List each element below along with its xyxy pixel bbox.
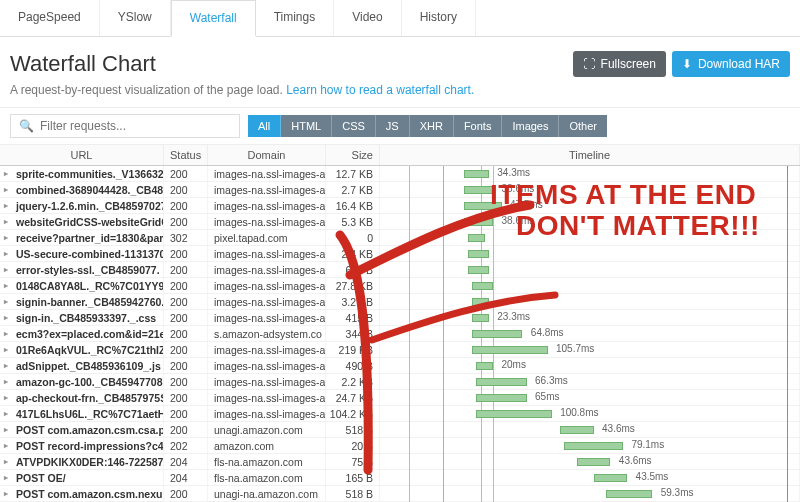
filter-fonts[interactable]: Fonts <box>454 115 503 137</box>
tab-video[interactable]: Video <box>334 0 401 36</box>
description-link[interactable]: Learn how to read a waterfall chart. <box>286 83 474 97</box>
cell-status: 200 <box>164 422 208 437</box>
request-row[interactable]: 01Re6AqkVUL._RC%7C21thIZ.200images-na.ss… <box>0 342 800 358</box>
request-row[interactable]: jquery-1.2.6.min._CB48597027200images-na… <box>0 198 800 214</box>
request-row[interactable]: signin-banner._CB485942760._200images-na… <box>0 294 800 310</box>
request-row[interactable]: POST com.amazon.csm.csa.pr200unagi.amazo… <box>0 422 800 438</box>
request-row[interactable]: 417L6LhsU6L._RC%7C71aetHf200images-na.ss… <box>0 406 800 422</box>
cell-timeline <box>380 278 800 293</box>
timing-bar <box>468 266 489 274</box>
request-row[interactable]: receive?partner_id=1830&part302pixel.tap… <box>0 230 800 246</box>
cell-status: 200 <box>164 326 208 341</box>
filter-search[interactable]: 🔍 <box>10 114 240 138</box>
request-row[interactable]: ecm3?ex=placed.com&id=21ef200s.amazon-ad… <box>0 326 800 342</box>
cell-size: 518 B <box>326 486 380 501</box>
cell-url: adSnippet._CB485936109_.js <box>0 358 164 373</box>
cell-url: jquery-1.2.6.min._CB48597027 <box>0 198 164 213</box>
cell-domain: pixel.tapad.com <box>208 230 326 245</box>
search-icon: 🔍 <box>19 119 34 133</box>
cell-status: 200 <box>164 486 208 501</box>
tab-timings[interactable]: Timings <box>256 0 335 36</box>
col-timeline[interactable]: Timeline <box>380 145 800 165</box>
timing-bar <box>577 458 611 466</box>
col-url[interactable]: URL <box>0 145 164 165</box>
filter-other[interactable]: Other <box>559 115 607 137</box>
download-har-button[interactable]: ⬇ Download HAR <box>672 51 790 77</box>
timing-bar <box>468 234 485 242</box>
filter-input[interactable] <box>40 119 231 133</box>
request-row[interactable]: adSnippet._CB485936109_.js200images-na.s… <box>0 358 800 374</box>
fullscreen-button[interactable]: ⛶ Fullscreen <box>573 51 666 77</box>
request-row[interactable]: combined-3689044428._CB485200images-na.s… <box>0 182 800 198</box>
filter-row: 🔍 AllHTMLCSSJSXHRFontsImagesOther <box>0 107 800 145</box>
cell-domain: s.amazon-adsystem.co <box>208 326 326 341</box>
col-domain[interactable]: Domain <box>208 145 326 165</box>
timing-bar <box>564 442 623 450</box>
cell-domain: images-na.ssl-images-a <box>208 294 326 309</box>
request-row[interactable]: websiteGridCSS-websiteGridC200images-na.… <box>0 214 800 230</box>
description-text: A request-by-request visualization of th… <box>10 83 286 97</box>
cell-domain: fls-na.amazon.com <box>208 470 326 485</box>
cell-size: 16.4 KB <box>326 198 380 213</box>
request-rows: sprite-communities._V1366324200images-na… <box>0 166 800 502</box>
cell-status: 200 <box>164 246 208 261</box>
cell-status: 302 <box>164 230 208 245</box>
cell-status: 200 <box>164 166 208 181</box>
cell-url: ap-checkout-frn._CB4857975S <box>0 390 164 405</box>
cell-timeline: 100.8ms <box>380 406 800 421</box>
timing-bar <box>468 250 489 258</box>
request-row[interactable]: ATVPDKIKX0DER:146-722587?204fls-na.amazo… <box>0 454 800 470</box>
cell-domain: images-na.ssl-images-a <box>208 246 326 261</box>
filter-xhr[interactable]: XHR <box>410 115 454 137</box>
request-row[interactable]: ap-checkout-frn._CB4857975S200images-na.… <box>0 390 800 406</box>
description: A request-by-request visualization of th… <box>0 83 800 107</box>
filter-html[interactable]: HTML <box>281 115 332 137</box>
timing-label: 64.8ms <box>531 327 564 338</box>
tab-waterfall[interactable]: Waterfall <box>171 0 256 37</box>
filter-all[interactable]: All <box>248 115 281 137</box>
cell-domain: images-na.ssl-images-a <box>208 214 326 229</box>
type-filter-pills: AllHTMLCSSJSXHRFontsImagesOther <box>248 115 607 137</box>
request-row[interactable]: error-styles-ssl._CB4859077.200images-na… <box>0 262 800 278</box>
request-row[interactable]: POST record-impressions?c4i202amazon.com… <box>0 438 800 454</box>
cell-size: 490 B <box>326 358 380 373</box>
filter-css[interactable]: CSS <box>332 115 376 137</box>
filter-images[interactable]: Images <box>502 115 559 137</box>
expand-icon: ⛶ <box>583 57 595 71</box>
request-row[interactable]: US-secure-combined-11313707200images-na.… <box>0 246 800 262</box>
header-buttons: ⛶ Fullscreen ⬇ Download HAR <box>573 51 790 77</box>
col-status[interactable]: Status <box>164 145 208 165</box>
cell-domain: images-na.ssl-images-a <box>208 182 326 197</box>
tab-bar: PageSpeedYSlowWaterfallTimingsVideoHisto… <box>0 0 800 37</box>
cell-size: 5.3 KB <box>326 214 380 229</box>
tab-pagespeed[interactable]: PageSpeed <box>0 0 100 36</box>
timing-bar <box>560 426 594 434</box>
cell-domain: images-na.ssl-images-a <box>208 278 326 293</box>
request-row[interactable]: POST com.amazon.csm.nexus200unagi-na.ama… <box>0 486 800 502</box>
tab-yslow[interactable]: YSlow <box>100 0 171 36</box>
filter-js[interactable]: JS <box>376 115 410 137</box>
request-row[interactable]: POST OE/204fls-na.amazon.com165 B43.5ms <box>0 470 800 486</box>
timing-bar <box>594 474 628 482</box>
timing-label: 43.5ms <box>636 471 669 482</box>
cell-domain: images-na.ssl-images-a <box>208 406 326 421</box>
cell-status: 200 <box>164 358 208 373</box>
timing-bar <box>472 346 547 354</box>
cell-url: ecm3?ex=placed.com&id=21ef <box>0 326 164 341</box>
timing-label: 59.3ms <box>661 487 694 498</box>
request-row[interactable]: 0148CA8YA8L._RC%7C01YY99200images-na.ssl… <box>0 278 800 294</box>
cell-domain: unagi-na.amazon.com <box>208 486 326 501</box>
timing-label: 47.5ms <box>510 199 543 210</box>
request-row[interactable]: amazon-gc-100._CB45947708200images-na.ss… <box>0 374 800 390</box>
request-row[interactable]: sign-in._CB485933397._.css200images-na.s… <box>0 310 800 326</box>
cell-domain: images-na.ssl-images-a <box>208 310 326 325</box>
cell-status: 200 <box>164 198 208 213</box>
tab-history[interactable]: History <box>402 0 476 36</box>
cell-size: 219 KB <box>326 342 380 357</box>
cell-url: ATVPDKIKX0DER:146-722587? <box>0 454 164 469</box>
cell-domain: images-na.ssl-images-a <box>208 374 326 389</box>
col-size[interactable]: Size <box>326 145 380 165</box>
cell-size: 12.7 KB <box>326 166 380 181</box>
request-row[interactable]: sprite-communities._V1366324200images-na… <box>0 166 800 182</box>
cell-status: 200 <box>164 310 208 325</box>
